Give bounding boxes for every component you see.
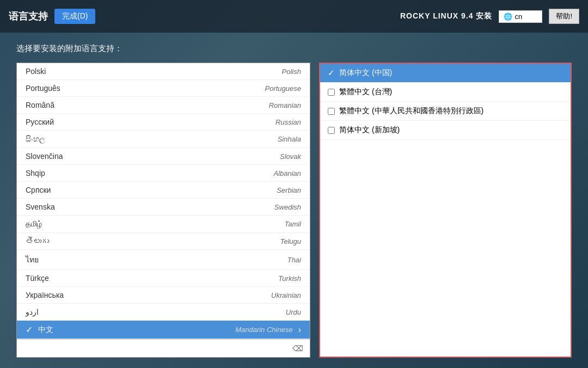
lang-list-item[interactable]: اردو Urdu bbox=[17, 304, 310, 321]
section-title: 选择要安装的附加语言支持： bbox=[16, 44, 572, 54]
lang-list-item[interactable]: ไทย Thai bbox=[17, 250, 310, 270]
lang-english: Portuguese bbox=[265, 84, 302, 93]
lang-english: Tamil bbox=[284, 220, 301, 228]
lang-native: Shqip bbox=[26, 169, 45, 177]
lang-list-item[interactable]: தமிழ் Tamil bbox=[17, 216, 310, 233]
lang-english: Serbian bbox=[277, 186, 301, 194]
header-left: 语言支持 完成(D) bbox=[9, 9, 95, 24]
lang-english: Thai bbox=[287, 256, 301, 264]
lang-native: Türkçe bbox=[26, 274, 49, 283]
left-panel: Polski Polish Português Portuguese Român… bbox=[16, 63, 310, 358]
lang-native: Svenska bbox=[26, 203, 55, 211]
selected-lang-native: 中文 bbox=[38, 325, 53, 335]
lang-list-item[interactable]: Português Portuguese bbox=[17, 80, 310, 97]
lang-english: Russian bbox=[275, 118, 301, 126]
lang-list-item[interactable]: Українська Ukrainian bbox=[17, 287, 310, 304]
lang-english: Urdu bbox=[286, 308, 301, 316]
dialect-check-icon: ✓ bbox=[328, 68, 335, 78]
app-title: ROCKY LINUX 9.4 安装 bbox=[400, 11, 492, 21]
lang-list-item[interactable]: Српски Serbian bbox=[17, 182, 310, 199]
lang-native: Русский bbox=[26, 118, 54, 126]
lang-native: اردو bbox=[26, 308, 39, 316]
lang-native: සිංහල bbox=[26, 134, 45, 144]
lang-english: Albanian bbox=[273, 169, 301, 177]
lang-english: Romanian bbox=[269, 101, 301, 109]
lang-native: ไทย bbox=[26, 254, 39, 266]
lang-native: Polski bbox=[26, 67, 46, 76]
dialect-label: 简体中文 (中国) bbox=[339, 68, 392, 78]
lang-native: Português bbox=[26, 84, 60, 93]
lang-native: தமிழ் bbox=[26, 219, 42, 229]
dialect-item[interactable]: 繁體中文 (台灣) bbox=[320, 83, 571, 102]
lang-native: Română bbox=[26, 101, 54, 109]
lang-english: Slovak bbox=[280, 152, 301, 161]
lang-list-item[interactable]: Türkçe Turkish bbox=[17, 270, 310, 287]
done-button[interactable]: 完成(D) bbox=[54, 9, 95, 24]
lang-list-item[interactable]: Polski Polish bbox=[17, 63, 310, 80]
lang-code: cn bbox=[514, 13, 522, 21]
lang-list-item[interactable]: తెలుగు Telugu bbox=[17, 233, 310, 250]
lang-english: Swedish bbox=[274, 203, 301, 211]
dialect-item[interactable]: 繁體中文 (中華人民共和國香港特別行政區) bbox=[320, 102, 571, 121]
lang-list-item[interactable]: සිංහල Sinhala bbox=[17, 131, 310, 148]
language-selector[interactable]: 🌐 cn bbox=[499, 10, 542, 23]
selected-lang-english: Mandarin Chinese bbox=[235, 326, 293, 334]
header-right: ROCKY LINUX 9.4 安装 🌐 cn 帮助! bbox=[400, 9, 579, 24]
main-content: 选择要安装的附加语言支持： Polski Polish Português Po… bbox=[0, 33, 588, 368]
lang-english: Sinhala bbox=[278, 135, 301, 143]
lang-list-item[interactable]: Русский Russian bbox=[17, 114, 310, 131]
panels-container: Polski Polish Português Portuguese Român… bbox=[16, 63, 572, 358]
lang-english: Ukrainian bbox=[271, 291, 301, 299]
lang-list-item[interactable]: Română Romanian bbox=[17, 97, 310, 114]
lang-english: Turkish bbox=[278, 274, 301, 283]
dialect-checkbox[interactable] bbox=[328, 108, 335, 115]
lang-native: Українська bbox=[26, 291, 64, 299]
dialect-checkbox[interactable] bbox=[328, 89, 335, 96]
lang-list-item[interactable]: Shqip Albanian bbox=[17, 165, 310, 182]
checkmark-icon: ✓ bbox=[26, 324, 33, 335]
lang-native: Slovenčina bbox=[26, 152, 63, 161]
dialect-checkbox[interactable] bbox=[328, 127, 335, 134]
flag-icon: 🌐 bbox=[504, 13, 512, 21]
search-clear-icon[interactable]: ⌫ bbox=[290, 343, 305, 354]
search-input[interactable] bbox=[21, 342, 290, 355]
dialect-item[interactable]: 简体中文 (新加坡) bbox=[320, 121, 571, 140]
search-bar: ⌫ bbox=[17, 339, 310, 357]
lang-list-item[interactable]: Svenska Swedish bbox=[17, 199, 310, 216]
lang-list-item[interactable]: Slovenčina Slovak bbox=[17, 148, 310, 165]
dialect-label: 简体中文 (新加坡) bbox=[339, 125, 400, 135]
dialect-label: 繁體中文 (中華人民共和國香港特別行政區) bbox=[339, 106, 483, 116]
lang-english: Polish bbox=[282, 68, 301, 76]
selected-lang-item[interactable]: ✓ 中文 Mandarin Chinese › bbox=[17, 321, 310, 339]
dialect-label: 繁體中文 (台灣) bbox=[339, 87, 392, 97]
page-title: 语言支持 bbox=[9, 10, 48, 23]
lang-native: Српски bbox=[26, 186, 51, 194]
help-button[interactable]: 帮助! bbox=[549, 9, 579, 24]
right-panel: ✓ 简体中文 (中国) 繁體中文 (台灣) 繁體中文 (中華人民共和國香港特別行… bbox=[319, 63, 572, 358]
arrow-icon: › bbox=[298, 325, 301, 335]
lang-native: తెలుగు bbox=[26, 237, 49, 246]
lang-english: Telugu bbox=[280, 237, 301, 246]
header: 语言支持 完成(D) ROCKY LINUX 9.4 安装 🌐 cn 帮助! bbox=[0, 0, 588, 33]
dialect-item[interactable]: ✓ 简体中文 (中国) bbox=[320, 64, 571, 83]
language-list: Polski Polish Português Portuguese Român… bbox=[17, 63, 310, 321]
